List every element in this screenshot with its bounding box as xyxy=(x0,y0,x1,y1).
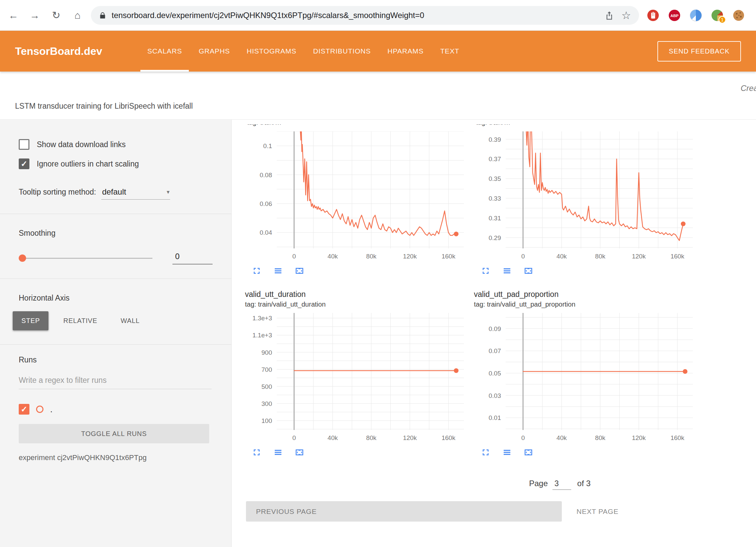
bookmark-star-icon[interactable]: ☆ xyxy=(621,10,631,21)
svg-text:0: 0 xyxy=(521,434,525,441)
svg-text:0.07: 0.07 xyxy=(489,347,501,354)
runs-section-label: Runs xyxy=(0,355,231,364)
profile-avatar[interactable]: 1 xyxy=(710,8,725,23)
reload-icon[interactable]: ↻ xyxy=(48,7,64,23)
chart-toolbar xyxy=(481,266,696,276)
main-nav: SCALARS GRAPHS HISTOGRAMS DISTRIBUTIONS … xyxy=(139,31,468,72)
data-table-icon[interactable] xyxy=(273,266,283,276)
app-header: TensorBoard.dev SCALARS GRAPHS HISTOGRAM… xyxy=(0,31,756,72)
runs-filter-input[interactable] xyxy=(19,376,212,389)
tooltip-sorting-row: Tooltip sorting method: default ▾ xyxy=(0,187,231,200)
chart-card: tag: train/… 0.290.310.330.350.370.39040… xyxy=(474,124,696,276)
app-logo[interactable]: TensorBoard.dev xyxy=(15,45,102,58)
chart-card: valid_utt_pad_proportion tag: train/vali… xyxy=(474,289,696,457)
scalar-line-chart[interactable]: 1003005007009001.1e+31.3e+3040k80k120k16… xyxy=(245,313,467,443)
svg-text:100: 100 xyxy=(261,417,272,424)
smoothing-value-input[interactable]: 0 xyxy=(172,252,213,264)
fit-domain-icon[interactable] xyxy=(294,266,304,276)
smoothing-label: Smoothing xyxy=(0,229,231,238)
fit-domain-icon[interactable] xyxy=(294,447,304,457)
smoothing-slider-thumb[interactable] xyxy=(19,254,26,262)
smoothing-slider[interactable] xyxy=(19,254,152,262)
fullscreen-icon[interactable] xyxy=(252,447,262,457)
svg-text:160k: 160k xyxy=(670,434,684,441)
divider xyxy=(0,344,231,345)
show-download-links-checkbox[interactable] xyxy=(19,139,29,150)
svg-text:0: 0 xyxy=(292,253,296,260)
svg-text:0.04: 0.04 xyxy=(260,229,272,236)
chart-toolbar xyxy=(252,447,467,457)
svg-text:0.08: 0.08 xyxy=(260,172,272,179)
profile-badge: 1 xyxy=(719,16,726,23)
relative-axis-button[interactable]: RELATIVE xyxy=(54,311,106,330)
previous-page-button[interactable]: PREVIOUS PAGE xyxy=(246,501,562,522)
svg-text:0.35: 0.35 xyxy=(489,175,501,182)
svg-text:160k: 160k xyxy=(670,253,684,260)
chart-tag-clipped: tag: train/… xyxy=(247,124,467,127)
toggle-all-runs-button[interactable]: TOGGLE ALL RUNS xyxy=(19,424,209,443)
wall-axis-button[interactable]: WALL xyxy=(112,311,148,330)
home-icon[interactable]: ⌂ xyxy=(70,7,86,23)
cookie-extension-icon[interactable] xyxy=(731,8,746,23)
tab-distributions[interactable]: DISTRIBUTIONS xyxy=(305,31,379,72)
fit-domain-icon[interactable] xyxy=(523,266,533,276)
svg-text:ABP: ABP xyxy=(670,13,678,17)
svg-text:0.31: 0.31 xyxy=(489,215,501,222)
chart-tag: tag: train/valid_utt_duration xyxy=(245,300,467,309)
browser-toolbar: ← → ↻ ⌂ tensorboard.dev/experiment/cj2vt… xyxy=(0,0,756,31)
smoothing-slider-row: 0 xyxy=(0,252,231,264)
step-axis-button[interactable]: STEP xyxy=(13,311,48,330)
svg-text:0.03: 0.03 xyxy=(489,392,501,399)
address-bar[interactable]: tensorboard.dev/experiment/cj2vtPiwQHKN9… xyxy=(91,6,639,25)
svg-text:700: 700 xyxy=(261,366,272,373)
svg-text:40k: 40k xyxy=(556,253,567,260)
smoothing-slider-track[interactable] xyxy=(19,258,152,259)
fullscreen-icon[interactable] xyxy=(252,266,262,276)
abp-extension-icon[interactable]: ABP xyxy=(667,8,682,23)
show-download-links-row: Show data download links xyxy=(0,138,231,150)
data-table-icon[interactable] xyxy=(273,447,283,457)
run-list-item: ✓ . xyxy=(0,404,231,415)
svg-text:40k: 40k xyxy=(328,434,338,441)
back-icon[interactable]: ← xyxy=(5,7,21,23)
svg-text:500: 500 xyxy=(261,383,272,390)
tab-text[interactable]: TEXT xyxy=(432,31,468,72)
fullscreen-icon[interactable] xyxy=(481,447,491,457)
url-text[interactable]: tensorboard.dev/experiment/cj2vtPiwQHKN9… xyxy=(112,11,597,20)
scalars-dashboard: tag: train/… 0.040.060.080.1040k80k120k1… xyxy=(232,120,756,547)
page-label: Page xyxy=(529,479,548,488)
show-download-links-label: Show data download links xyxy=(37,140,126,149)
svg-text:160k: 160k xyxy=(442,253,456,260)
run-checkbox[interactable]: ✓ xyxy=(19,404,29,415)
chart-title: valid_utt_duration xyxy=(245,289,467,299)
adblock-extension-icon[interactable] xyxy=(646,8,660,23)
svg-text:0: 0 xyxy=(521,253,525,260)
svg-text:120k: 120k xyxy=(632,253,646,260)
send-feedback-button[interactable]: SEND FEEDBACK xyxy=(657,41,741,62)
fit-domain-icon[interactable] xyxy=(523,447,533,457)
tooltip-sorting-dropdown[interactable]: default ▾ xyxy=(101,187,170,200)
ignore-outliers-checkbox[interactable]: ✓ xyxy=(19,158,29,169)
run-color-swatch[interactable] xyxy=(36,406,43,413)
scalar-line-chart[interactable]: 0.010.030.050.070.09040k80k120k160k xyxy=(474,313,696,443)
svg-text:80k: 80k xyxy=(595,434,606,441)
check-icon: ✓ xyxy=(21,405,27,413)
tab-hparams[interactable]: HPARAMS xyxy=(379,31,432,72)
data-table-icon[interactable] xyxy=(502,447,512,457)
blue-circle-extension-icon[interactable] xyxy=(688,8,703,23)
tab-scalars[interactable]: SCALARS xyxy=(139,31,191,72)
divider xyxy=(0,279,231,279)
scalar-line-chart[interactable]: 0.290.310.330.350.370.39040k80k120k160k xyxy=(474,131,696,261)
scalar-line-chart[interactable]: 0.040.060.080.1040k80k120k160k xyxy=(245,131,467,261)
tooltip-sorting-value: default xyxy=(102,187,126,197)
data-table-icon[interactable] xyxy=(502,266,512,276)
fullscreen-icon[interactable] xyxy=(481,266,491,276)
tab-graphs[interactable]: GRAPHS xyxy=(190,31,238,72)
svg-text:160k: 160k xyxy=(442,434,456,441)
next-page-button[interactable]: NEXT PAGE xyxy=(575,507,620,516)
share-icon[interactable] xyxy=(605,11,614,20)
settings-sidebar: Show data download links ✓ Ignore outlie… xyxy=(0,120,232,547)
forward-icon[interactable]: → xyxy=(27,7,43,23)
tab-histograms[interactable]: HISTOGRAMS xyxy=(238,31,305,72)
page-number-input[interactable]: 3 xyxy=(552,479,571,490)
